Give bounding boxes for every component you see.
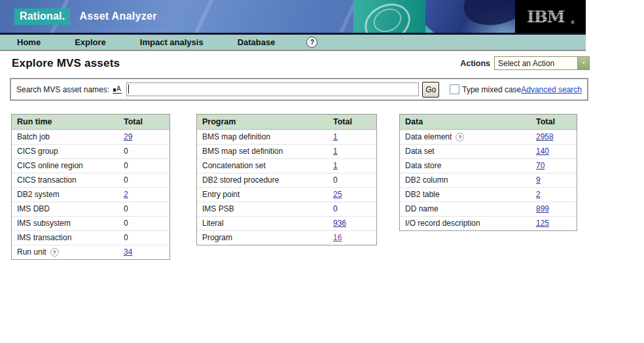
asset-type-label: DB2 column (405, 175, 536, 185)
product-title: Asset Analyzer (79, 10, 156, 22)
total-cell: 29 (124, 132, 164, 141)
total-count: 0 (124, 204, 128, 213)
total-column-header: Total (333, 117, 371, 126)
asset-table-program: ProgramTotalBMS map definition1BMS map s… (196, 114, 377, 245)
search-input[interactable] (126, 82, 419, 96)
svg-text:IBM: IBM (527, 7, 565, 26)
table-row: BMS map definition1 (197, 130, 376, 144)
table-row: BMS map set definition1 (197, 144, 376, 158)
text-caret (128, 84, 129, 94)
asset-type-label: I/O record description (405, 219, 536, 228)
table-row: Program16 (197, 230, 376, 245)
actions-dropdown[interactable]: Select an Action (494, 56, 590, 70)
table-title: Run time (17, 117, 124, 126)
total-count-link[interactable]: 125 (536, 219, 549, 228)
total-count-link[interactable]: 936 (333, 219, 346, 228)
total-cell: 1 (333, 161, 371, 170)
total-count-link[interactable]: 29 (124, 132, 132, 141)
nav-item-explore[interactable]: Explore (75, 37, 106, 47)
nav-item-database[interactable]: Database (238, 37, 276, 47)
total-count-link[interactable]: 2958 (536, 132, 554, 141)
table-row: DB2 column9 (400, 173, 577, 187)
navbar: HomeExploreImpact analysisDatabase ? (0, 35, 586, 51)
total-count-link[interactable]: 34 (124, 247, 132, 257)
total-cell: 0 (124, 233, 164, 242)
asset-summary-tables: Run timeTotalBatch job29CICS group0CICS … (11, 114, 586, 260)
page: Rational. Asset Analyzer IBM ® (0, 0, 586, 260)
total-count-link[interactable]: 1 (333, 132, 338, 141)
total-count-link[interactable]: 2 (124, 190, 128, 199)
help-icon[interactable]: ? (50, 248, 59, 257)
total-count-link[interactable]: 2 (536, 190, 541, 199)
nav-item-impact-analysis[interactable]: Impact analysis (140, 37, 204, 47)
nav-item-home[interactable]: Home (17, 37, 41, 47)
asset-table-data: DataTotalData element?2958Data set140Dat… (399, 114, 577, 231)
total-count-link[interactable]: 25 (333, 190, 342, 199)
total-cell: 0 (124, 161, 164, 170)
help-icon[interactable]: ? (456, 133, 464, 141)
asset-type-label: CICS group (17, 147, 124, 156)
total-cell: 2 (536, 190, 571, 199)
asset-type-label: Concatenation set (202, 161, 333, 170)
banner-artwork: IBM ® (353, 0, 586, 33)
total-count-link[interactable]: 1 (333, 147, 338, 156)
total-cell: 899 (536, 204, 571, 213)
total-cell: 936 (333, 219, 371, 228)
case-square (113, 88, 116, 92)
total-cell: 1 (333, 132, 371, 141)
total-cell: 9 (536, 175, 571, 185)
total-count-link[interactable]: 140 (536, 147, 549, 156)
go-button[interactable]: Go (422, 82, 439, 98)
total-count-link[interactable]: 1 (333, 161, 338, 170)
table-row: IMS subsystem0 (12, 216, 170, 230)
total-count: 0 (124, 219, 128, 228)
table-row: Concatenation set1 (197, 158, 376, 173)
asset-type-label: Data set (405, 147, 536, 156)
table-row: Entry point25 (197, 187, 376, 202)
asset-type-label: Data store (405, 161, 536, 170)
total-count: 0 (333, 175, 338, 185)
mixed-case-label: Type mixed case (462, 85, 521, 94)
total-cell: 70 (536, 161, 571, 170)
match-case-icon: A (113, 86, 122, 94)
help-icon[interactable]: ? (306, 37, 317, 48)
total-count: 0 (124, 161, 128, 170)
total-cell: 0 (333, 204, 371, 213)
ibm-logo-glyph: IBM (526, 7, 569, 26)
total-cell: 25 (333, 190, 371, 199)
total-count: 0 (333, 204, 338, 213)
total-cell: 0 (333, 175, 371, 185)
advanced-search-link[interactable]: Advanced search (521, 85, 582, 94)
total-cell: 34 (124, 247, 164, 257)
chevron-down-icon[interactable] (577, 57, 589, 69)
asset-type-label: DD name (405, 204, 536, 213)
total-count-link[interactable]: 16 (333, 233, 342, 242)
table-row: Run unit?34 (12, 245, 170, 259)
asset-type-label: DB2 system (17, 190, 124, 199)
total-column-header: Total (124, 117, 164, 126)
asset-type-label: Literal (202, 219, 333, 228)
total-count-link[interactable]: 9 (536, 175, 541, 185)
table-row: Literal936 (197, 216, 376, 230)
page-header: Explore MVS assets Actions Select an Act… (12, 56, 590, 70)
table-header: ProgramTotal (197, 115, 376, 130)
asset-type-label: DB2 table (405, 190, 536, 199)
total-cell: 2 (124, 190, 164, 199)
mixed-case-checkbox[interactable] (450, 84, 459, 94)
total-cell: 140 (536, 147, 571, 156)
asset-type-label: IMS DBD (17, 204, 124, 213)
ibm-logo: IBM ® (515, 0, 586, 33)
table-row: DD name899 (400, 202, 577, 216)
total-count-link[interactable]: 70 (536, 161, 545, 170)
table-row: Data store70 (400, 158, 577, 173)
rational-logo: Rational. (14, 9, 70, 25)
total-column-header: Total (536, 117, 571, 126)
total-count-link[interactable]: 899 (536, 204, 549, 213)
banner: Rational. Asset Analyzer IBM ® (0, 0, 586, 35)
search-label: Search MVS asset names: (16, 85, 109, 94)
asset-type-label: DB2 stored procedure (202, 175, 333, 185)
total-cell: 1 (333, 147, 371, 156)
table-row: I/O record description125 (400, 216, 577, 230)
table-row: Data set140 (400, 144, 577, 158)
table-row: IMS DBD0 (12, 202, 170, 216)
